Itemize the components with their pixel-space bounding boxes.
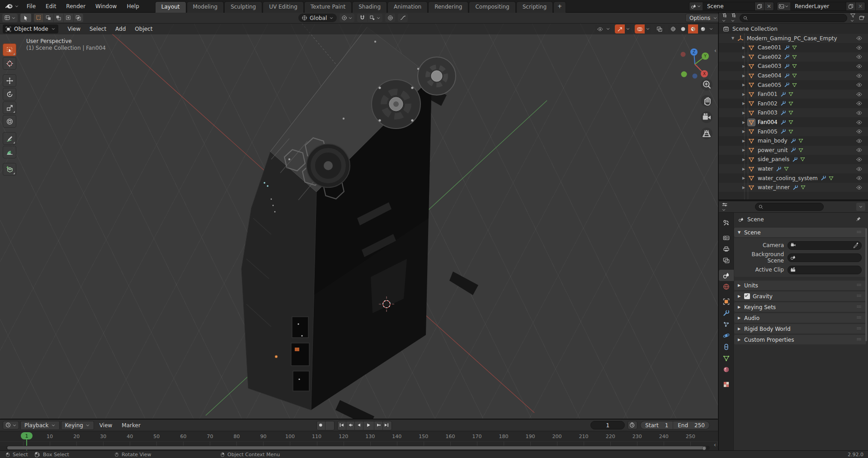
timeline-ruler[interactable]: 1020304050607080901001101201301401501601…: [0, 431, 718, 446]
options-dropdown[interactable]: Options: [685, 14, 722, 22]
modifier-wrench-icon[interactable]: [784, 63, 790, 69]
outliner-row[interactable]: ▶Case004: [719, 71, 868, 80]
blender-app-menu-button[interactable]: [0, 3, 23, 10]
panel-gravity[interactable]: ▶Gravity: [734, 291, 866, 301]
hide-eye-icon[interactable]: [856, 100, 863, 106]
use-preview-range-icon[interactable]: [627, 421, 637, 429]
select-mode-invert-button[interactable]: [64, 14, 73, 22]
prev-keyframe-button[interactable]: [346, 421, 355, 430]
hide-eye-icon[interactable]: [856, 175, 863, 181]
new-scene-button[interactable]: [755, 2, 764, 10]
outliner-row[interactable]: ▶power_unit: [719, 146, 868, 155]
shading-rendered-button[interactable]: [698, 24, 708, 33]
timeline-scrollbar[interactable]: [6, 446, 710, 450]
mode-dropdown[interactable]: Object Mode: [3, 24, 58, 33]
outliner-item-label[interactable]: Modern_Gaming_PC_Case_Empty: [746, 35, 838, 42]
tool-select-box-button[interactable]: [3, 43, 16, 56]
new-collection-button[interactable]: [859, 15, 865, 21]
mesh-data-icon[interactable]: [783, 166, 789, 172]
modifier-wrench-icon[interactable]: [784, 54, 790, 60]
tab-texture[interactable]: [719, 379, 734, 390]
tool-annotate-button[interactable]: [3, 132, 16, 145]
outliner-row[interactable]: Scene Collection: [719, 24, 868, 33]
editor-type-selector[interactable]: [722, 13, 728, 23]
outliner-row[interactable]: ▶water_cooling_system: [719, 174, 868, 183]
tab-scene[interactable]: [719, 270, 734, 281]
timeline-menu-view[interactable]: View: [95, 421, 116, 429]
mesh-data-icon[interactable]: [800, 185, 806, 190]
hide-eye-icon[interactable]: [856, 91, 863, 97]
workspace-tab-texture-paint[interactable]: Texture Paint: [304, 1, 352, 13]
outliner-row[interactable]: ▼Modern_Gaming_PC_Case_Empty: [719, 34, 868, 43]
outliner-item-label[interactable]: Fan002: [757, 100, 778, 107]
modifier-wrench-icon[interactable]: [784, 73, 790, 79]
record-button[interactable]: [317, 421, 326, 430]
scene-datablock-icon[interactable]: [689, 2, 703, 10]
timeline-menu-marker[interactable]: Marker: [118, 421, 144, 429]
tool-add-cube-button[interactable]: [3, 163, 16, 176]
hide-eye-icon[interactable]: [856, 147, 863, 153]
select-mode-intersect-button[interactable]: [74, 14, 83, 22]
hide-eye-icon[interactable]: [856, 110, 863, 116]
viewport-3d-scene[interactable]: [0, 24, 718, 419]
xray-toggle[interactable]: [655, 24, 665, 33]
overlays-dropdown[interactable]: [645, 24, 651, 33]
panel-keying-sets[interactable]: ▶Keying Sets: [734, 302, 866, 312]
mesh-data-icon[interactable]: [798, 138, 804, 143]
editor-type-selector[interactable]: [722, 202, 728, 212]
outliner-item-label[interactable]: Fan005: [757, 129, 778, 135]
expand-toggle-icon[interactable]: ▶: [741, 139, 746, 143]
modifier-wrench-icon[interactable]: [780, 119, 786, 125]
object-visibility-dropdown[interactable]: [595, 24, 611, 33]
workspace-tab-uv-editing[interactable]: UV Editing: [263, 1, 304, 13]
play-reverse-button[interactable]: [355, 421, 363, 430]
hide-eye-icon[interactable]: [856, 129, 863, 134]
viewport-menu-add[interactable]: Add: [111, 25, 130, 33]
viewport-3d[interactable]: Object Mode ViewSelectAddObject User Per…: [0, 24, 718, 419]
modifier-wrench-icon[interactable]: [780, 129, 786, 134]
shading-solid-button[interactable]: [678, 24, 688, 33]
properties-search-input[interactable]: [755, 203, 824, 211]
modifier-wrench-icon[interactable]: [776, 166, 782, 172]
hide-eye-icon[interactable]: [856, 185, 863, 191]
hide-eye-icon[interactable]: [856, 45, 863, 51]
outliner-row[interactable]: ▶Case002: [719, 52, 868, 62]
drag-handle-icon[interactable]: [855, 283, 863, 288]
workspace-tab-scripting[interactable]: Scripting: [516, 1, 553, 13]
outliner-item-label[interactable]: Scene Collection: [731, 26, 778, 32]
timeline-keying-dropdown[interactable]: Keying: [61, 421, 94, 430]
tab-object[interactable]: [719, 296, 734, 307]
scene-name-field[interactable]: Scene: [703, 2, 755, 10]
mesh-data-icon[interactable]: [792, 63, 797, 69]
mesh-data-icon[interactable]: [798, 148, 804, 153]
mesh-data-icon[interactable]: [792, 73, 797, 78]
start-frame-field[interactable]: Start1: [641, 422, 673, 429]
overlays-toggle[interactable]: [635, 24, 645, 33]
orthographic-grid-button[interactable]: [701, 128, 712, 139]
timeline-playback-dropdown[interactable]: Playback: [20, 421, 60, 430]
mesh-data-icon[interactable]: [792, 54, 797, 60]
render-layer-datablock-icon[interactable]: [777, 2, 790, 10]
outliner-row[interactable]: ▶Fan002: [719, 99, 868, 108]
drag-handle-icon[interactable]: [855, 230, 863, 235]
tab-physics[interactable]: [719, 330, 734, 341]
menu-help[interactable]: Help: [123, 2, 143, 11]
drag-handle-icon[interactable]: [855, 337, 863, 343]
mesh-data-icon[interactable]: [788, 129, 794, 134]
modifier-wrench-icon[interactable]: [784, 82, 790, 88]
eyedropper-icon[interactable]: [853, 243, 859, 248]
modifier-wrench-icon[interactable]: [784, 45, 790, 51]
shading-dropdown[interactable]: [708, 24, 714, 33]
outliner-item-label[interactable]: water_cooling_system: [757, 175, 819, 181]
outliner-row[interactable]: ▶Fan004: [719, 118, 868, 127]
hide-eye-icon[interactable]: [856, 157, 863, 162]
mesh-data-icon[interactable]: [788, 91, 794, 97]
end-frame-field[interactable]: End250: [673, 422, 709, 429]
select-mode-extend-button[interactable]: [44, 14, 53, 22]
modifier-wrench-icon[interactable]: [792, 157, 798, 162]
active-tool-icon[interactable]: [20, 14, 31, 22]
tab-constraints[interactable]: [719, 341, 734, 353]
render-layer-name-field[interactable]: RenderLayer: [790, 2, 846, 10]
proportional-editing-toggle[interactable]: [385, 14, 395, 22]
properties-options-dropdown[interactable]: [856, 203, 865, 211]
